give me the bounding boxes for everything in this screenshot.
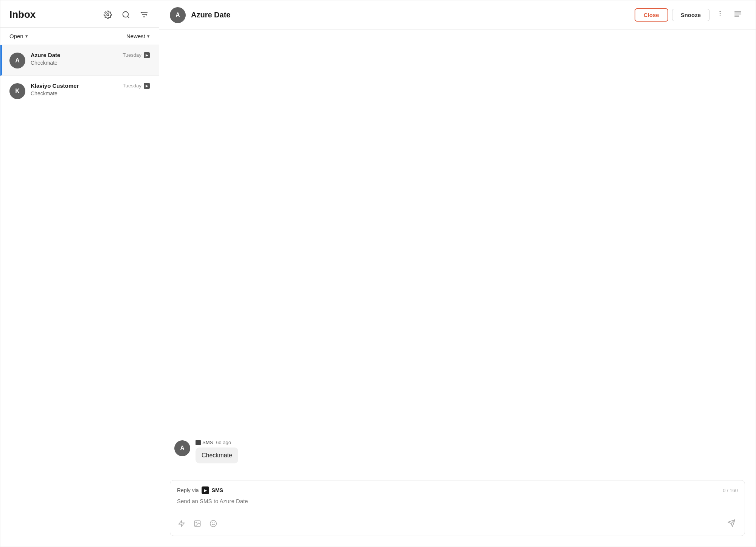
reply-via-sms-icon: ▶ [202, 486, 209, 494]
conv-top-klaviyo-customer: Klaviyo Customer Tuesday ▶ [31, 82, 150, 89]
image-icon [194, 520, 201, 527]
settings-button[interactable] [102, 9, 113, 20]
search-icon [122, 11, 130, 19]
reply-via-label: Reply via [177, 487, 199, 493]
conv-content-azure-date: Azure Date Tuesday ▶ Checkmate [31, 52, 150, 66]
svg-point-9 [720, 13, 721, 14]
message-channel: SMS [202, 440, 213, 445]
main-avatar: A [170, 7, 186, 23]
svg-line-2 [127, 16, 129, 18]
main-header-left: A Azure Date [170, 6, 230, 23]
sort-filter-label: Newest [126, 33, 145, 39]
conv-preview-azure-date: Checkmate [31, 60, 150, 66]
sms-icon-klaviyo-customer: ▶ [144, 83, 150, 89]
list-view-icon [734, 10, 742, 18]
main-panel: A Azure Date Close Snooze [159, 0, 756, 547]
sidebar-toolbar [102, 9, 150, 20]
main-contact-name: Azure Date [191, 11, 230, 19]
reply-via: Reply via ▶ SMS [177, 486, 223, 494]
reply-textarea[interactable] [177, 498, 738, 512]
reply-footer-icons [177, 519, 218, 530]
svg-point-6 [146, 14, 147, 16]
status-filter-chevron: ▾ [25, 33, 28, 39]
send-icon [727, 519, 736, 527]
message-row: A SMS 6d ago Checkmate [174, 440, 740, 463]
sidebar-title: Inbox [9, 9, 36, 20]
conv-name-klaviyo-customer: Klaviyo Customer [31, 82, 79, 89]
status-filter[interactable]: Open ▾ [9, 33, 28, 39]
message-header: SMS 6d ago [196, 440, 238, 445]
svg-point-5 [141, 12, 143, 13]
svg-point-0 [107, 14, 109, 16]
conv-name-azure-date: Azure Date [31, 52, 60, 58]
sms-badge-icon [196, 440, 201, 445]
emoji-icon [210, 520, 217, 527]
dots-vertical-icon [716, 10, 724, 17]
svg-point-16 [196, 522, 197, 523]
status-filter-label: Open [9, 33, 23, 39]
conv-date-klaviyo-customer: Tuesday [123, 83, 141, 89]
sms-icon-azure-date: ▶ [144, 52, 150, 58]
reply-box: Reply via ▶ SMS 0 / 160 [170, 480, 745, 536]
sort-filter[interactable]: Newest ▾ [126, 33, 150, 39]
conv-meta-azure-date: Tuesday ▶ [123, 52, 150, 58]
conversation-item-azure-date[interactable]: A Azure Date Tuesday ▶ Checkmate [0, 45, 159, 76]
svg-point-8 [720, 11, 721, 12]
svg-marker-14 [179, 520, 185, 527]
message-avatar: A [174, 440, 190, 456]
reply-header: Reply via ▶ SMS 0 / 160 [177, 486, 738, 494]
conversation-list: A Azure Date Tuesday ▶ Checkmate K [0, 45, 159, 547]
sidebar: Inbox [0, 0, 159, 547]
filter-button[interactable] [138, 9, 150, 20]
lightning-icon [178, 520, 185, 527]
close-button[interactable]: Close [635, 8, 668, 22]
conv-meta-klaviyo-customer: Tuesday ▶ [123, 83, 150, 89]
svg-point-17 [210, 520, 217, 527]
gear-icon [104, 11, 112, 19]
sidebar-header: Inbox [0, 0, 159, 28]
snooze-button[interactable]: Snooze [672, 9, 709, 21]
conv-content-klaviyo-customer: Klaviyo Customer Tuesday ▶ Checkmate [31, 82, 150, 96]
message-text: Checkmate [202, 452, 232, 458]
image-button[interactable] [193, 519, 202, 530]
conv-preview-klaviyo-customer: Checkmate [31, 90, 150, 96]
filter-icon [140, 11, 148, 19]
conv-date-azure-date: Tuesday [123, 52, 141, 58]
sidebar-filters: Open ▾ Newest ▾ [0, 28, 159, 45]
reply-via-channel: SMS [212, 487, 223, 493]
conv-top-azure-date: Azure Date Tuesday ▶ [31, 52, 150, 58]
avatar-klaviyo-customer: K [9, 83, 25, 99]
conversation-item-klaviyo-customer[interactable]: K Klaviyo Customer Tuesday ▶ Checkmate [0, 76, 159, 106]
reply-footer [177, 518, 738, 530]
quick-reply-button[interactable] [177, 519, 186, 530]
search-button[interactable] [120, 9, 132, 20]
main-header: A Azure Date Close Snooze [159, 0, 756, 30]
more-options-button[interactable] [713, 8, 727, 21]
send-button[interactable] [725, 518, 738, 530]
list-view-button[interactable] [731, 8, 745, 22]
avatar-azure-date: A [9, 53, 25, 68]
conversation-body: A SMS 6d ago Checkmate [159, 30, 756, 480]
sort-filter-chevron: ▾ [147, 33, 150, 39]
message-time-ago: 6d ago [216, 440, 231, 445]
main-header-right: Close Snooze [635, 8, 745, 22]
message-bubble: Checkmate [196, 448, 238, 463]
sms-badge: SMS [196, 440, 213, 445]
svg-point-10 [720, 16, 721, 17]
reply-counter: 0 / 160 [723, 488, 738, 493]
emoji-button[interactable] [209, 519, 218, 530]
message-bubble-wrapper: SMS 6d ago Checkmate [196, 440, 238, 463]
